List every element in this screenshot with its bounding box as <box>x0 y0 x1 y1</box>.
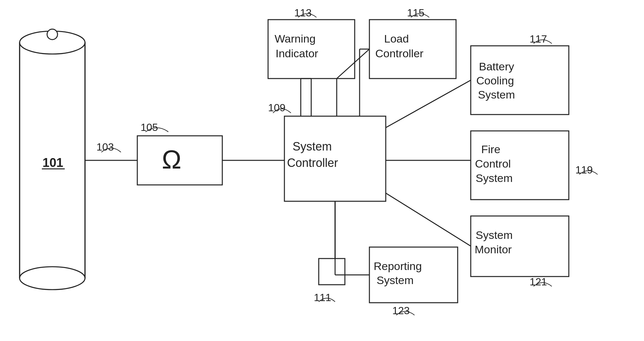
fire-label-line1: Fire <box>481 143 500 155</box>
warning-label-line2: Indicator <box>276 47 318 60</box>
cooling-ref-label: 117 <box>530 33 547 45</box>
controller-label-line1: System <box>293 140 332 153</box>
warning-ref-label: 113 <box>294 7 312 19</box>
resistor-omega: Ω <box>162 145 181 174</box>
battery-label: 101 <box>42 156 63 170</box>
wire-103-label: 103 <box>96 141 114 153</box>
svg-line-23 <box>386 193 471 246</box>
load-ref-label: 115 <box>407 7 424 19</box>
svg-rect-11 <box>319 259 345 285</box>
fire-ref-label: 119 <box>575 164 593 176</box>
controller-109-label: 109 <box>268 102 285 114</box>
warning-label-line1: Warning <box>275 32 315 45</box>
load-label-line1: Load <box>384 32 409 45</box>
fire-label-line2: Control <box>475 157 511 170</box>
monitor-label-line2: Monitor <box>475 243 512 256</box>
monitor-label-line1: System <box>476 229 513 241</box>
svg-point-3 <box>47 29 58 40</box>
fire-label-line3: System <box>476 172 513 184</box>
cooling-label-line1: Battery <box>479 60 514 73</box>
cooling-label-line3: System <box>478 88 515 101</box>
resistor-label: 105 <box>141 121 158 133</box>
load-label-line2: Controller <box>375 47 423 60</box>
diagram: 101 103 Ω 105 System Controller 109 111 <box>0 0 644 341</box>
monitor-ref-label: 121 <box>530 276 547 288</box>
controller-label-line2: Controller <box>287 156 338 170</box>
svg-line-19 <box>386 80 471 128</box>
cooling-label-line2: Cooling <box>476 74 514 87</box>
reporting-label-line2: System <box>377 274 414 286</box>
reporting-label-line1: Reporting <box>374 260 422 272</box>
svg-point-2 <box>20 267 85 290</box>
device-111-label: 111 <box>314 292 331 303</box>
reporting-ref-label: 123 <box>392 305 410 316</box>
